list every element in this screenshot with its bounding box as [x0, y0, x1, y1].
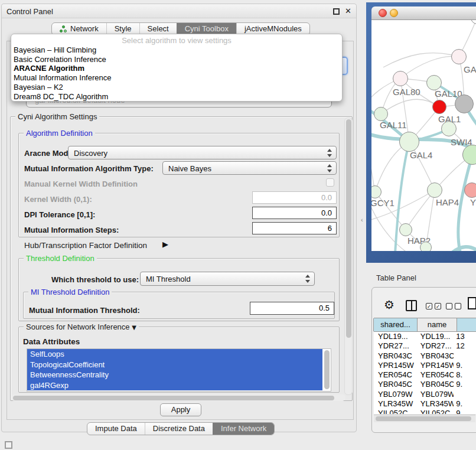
attribute-item-betweennesscentrality[interactable]: BetweennessCentrality	[27, 370, 322, 380]
network-node-y[interactable]	[464, 182, 476, 198]
mi-threshold-field[interactable]: 0.5	[250, 302, 334, 315]
algorithm-option-bayesian-hill-climbing[interactable]: Bayesian – Hill Climbing	[11, 45, 342, 55]
table-cell: 9.	[454, 361, 476, 370]
which-threshold-label: Which threshold to use:	[51, 275, 139, 284]
table-cell: YPR145W	[374, 361, 416, 370]
expand-arrow-icon[interactable]: ▶	[162, 240, 168, 249]
minimized-panel-icon[interactable]	[5, 441, 12, 449]
tab-jactivemnodules[interactable]: jActiveMNodules	[236, 23, 309, 35]
checked-checkbox-icon[interactable]: ✓	[426, 303, 432, 309]
algorithm-option-basic-correlation-inference[interactable]: Basic Correlation Inference	[11, 55, 342, 64]
network-node-gal80[interactable]	[393, 71, 408, 86]
apply-button[interactable]: Apply	[160, 403, 201, 416]
network-node-gal11[interactable]	[374, 107, 388, 121]
network-window-titlebar[interactable]	[371, 6, 476, 20]
algorithm-option-mutual-information-inference[interactable]: Mutual Information Inference	[11, 73, 342, 83]
document-icon[interactable]	[468, 297, 476, 309]
tab-label: Select	[148, 23, 169, 35]
table-row[interactable]: YBR045CYBR045C9.	[374, 380, 476, 389]
algorithm-option-bayesian-k2[interactable]: Bayesian – K2	[11, 83, 342, 92]
tab-label: jActiveMNodules	[244, 23, 302, 35]
which-threshold-select[interactable]: MI Threshold	[140, 272, 315, 286]
table-cell: YPR145W	[416, 361, 454, 370]
network-icon	[60, 25, 67, 33]
table-row[interactable]: YBR043CYBR043C	[374, 351, 476, 361]
minimize-traffic-light-icon[interactable]	[390, 9, 398, 17]
table-row[interactable]: YDR27...YDR27...12	[374, 341, 476, 351]
unchecked-checkbox-icon[interactable]	[446, 303, 452, 309]
column-header-name[interactable]: name	[417, 318, 457, 331]
network-node[interactable]	[420, 242, 432, 251]
threshold-definition-title: Threshold Definition	[24, 254, 97, 263]
attribute-item-topologicalcoefficient[interactable]: TopologicalCoefficient	[27, 360, 322, 370]
tab-infer-network[interactable]: Infer Network	[213, 423, 274, 435]
network-node-gal1[interactable]	[432, 100, 446, 114]
tab-network[interactable]: Network	[52, 23, 106, 35]
network-node-gal[interactable]	[451, 49, 467, 64]
table-cell: YBR043C	[374, 351, 416, 361]
mi-type-value: Naive Bayes	[168, 164, 211, 173]
table-row[interactable]: YLR345WYLR345W9.	[374, 399, 476, 409]
attribute-item-gal4rgexp[interactable]: gal4RGexp	[27, 380, 322, 391]
spinner-arrows-icon	[327, 149, 332, 157]
spinner-arrows-icon	[305, 275, 311, 283]
aracne-mode-value: Discovery	[74, 149, 107, 158]
tab-select[interactable]: Select	[139, 23, 177, 35]
tab-impute-data[interactable]: Impute Data	[87, 423, 145, 435]
table-cell: YDL19...	[374, 332, 416, 341]
node-label: Y	[470, 197, 476, 207]
kernel-width-field[interactable]: 0.0	[252, 191, 337, 204]
dpi-tolerance-field[interactable]: 0.0	[252, 207, 337, 219]
data-attributes-label: Data Attributes	[23, 337, 80, 346]
settings-horizontal-scrollbar[interactable]	[11, 394, 345, 401]
screen: Control Panel ✕ NetworkStyleSelectCyni T…	[0, 0, 476, 450]
table-row[interactable]: YBL079WYBL079W	[374, 390, 476, 399]
network-node[interactable]	[455, 94, 474, 113]
table-row[interactable]: YPR145WYPR145W9.	[374, 361, 476, 370]
mi-steps-field[interactable]: 6	[252, 222, 337, 234]
table-cell: 9.	[454, 399, 476, 409]
network-node-hap2[interactable]	[399, 223, 412, 236]
table-cell: 13	[454, 332, 476, 341]
table-row[interactable]: YER054CYER054C8.	[374, 370, 476, 380]
attribute-list-scrollbar[interactable]	[324, 350, 330, 389]
network-node-swi4[interactable]	[441, 121, 457, 136]
network-node-gal4[interactable]	[399, 132, 419, 152]
node-label: HAP4	[436, 197, 459, 207]
mi-type-select[interactable]: Naive Bayes	[162, 161, 337, 175]
table-row[interactable]: YIL052CYIL052C9.	[374, 409, 476, 414]
aracne-mode-select[interactable]: Discovery	[68, 146, 337, 159]
control-panel-titlebar: Control Panel ✕	[2, 4, 356, 18]
network-node-hap4[interactable]	[427, 182, 442, 198]
tab-style[interactable]: Style	[106, 23, 139, 35]
network-canvas[interactable]: GALGAL80GAL10GAL1GAL11SWI4GAL4GCY1HAP4YH…	[371, 20, 476, 251]
attribute-item-selfloops[interactable]: SelfLoops	[27, 349, 322, 360]
maximize-traffic-light-icon[interactable]	[401, 9, 409, 17]
column-header-extra[interactable]	[457, 318, 476, 331]
collapse-arrow-icon[interactable]: ▼	[132, 324, 136, 331]
hub-definition-toggle[interactable]: Hub/Transcription Factor Definition	[24, 241, 147, 250]
tab-cyni-toolbox[interactable]: Cyni Toolbox	[177, 23, 236, 35]
column-layout-icon[interactable]	[406, 300, 417, 311]
unchecked-checkbox-icon[interactable]	[455, 303, 461, 309]
column-header-shared[interactable]: shared...	[373, 318, 418, 331]
table-cell: YDR27...	[374, 341, 416, 351]
table-cell: YDL19...	[416, 332, 454, 341]
node-label: GAL	[464, 64, 476, 74]
float-window-icon[interactable]	[333, 8, 340, 15]
tab-discretize-data[interactable]: Discretize Data	[145, 423, 213, 435]
table-cell: 9.	[454, 380, 476, 389]
algorithm-option-dream8-dc-tdc-algorithm[interactable]: Dream8 DC_TDC Algorithm	[11, 92, 342, 102]
table-horizontal-scrollbar[interactable]	[374, 415, 475, 422]
gear-icon[interactable]: ⚙	[384, 298, 395, 312]
close-traffic-light-icon[interactable]	[379, 9, 387, 17]
split-pane-arrow-icon[interactable]: ‹	[361, 216, 363, 223]
close-icon[interactable]: ✕	[345, 6, 351, 15]
tab-label: Style	[115, 23, 132, 35]
table-cell: YIL052C	[416, 409, 454, 414]
checked-checkbox-icon[interactable]: ✓	[435, 303, 441, 309]
manual-kernel-checkbox[interactable]	[326, 178, 334, 187]
algorithm-option-aracne-algorithm[interactable]: ARACNE Algorithm	[11, 64, 342, 73]
table-row[interactable]: YDL19...YDL19...13	[374, 332, 476, 341]
settings-vertical-scrollbar[interactable]	[344, 118, 353, 395]
